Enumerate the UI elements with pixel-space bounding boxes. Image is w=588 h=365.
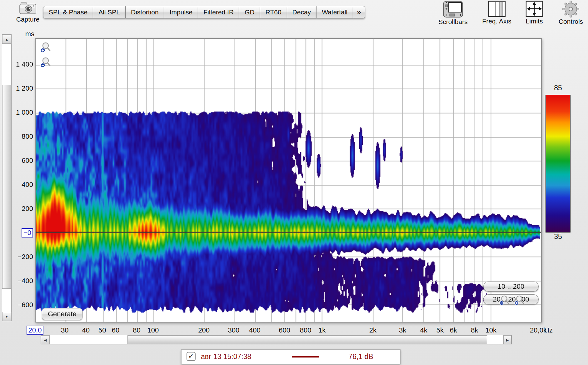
horizontal-scroll-thumb[interactable] — [127, 335, 487, 344]
x-tick-200: 200 — [190, 326, 218, 335]
rew-window: Capture SPL & PhaseAll SPLDistortionImpu… — [0, 0, 588, 365]
measurement-level: 76,1 dB — [336, 350, 386, 364]
y-tick-1000: 1 000 — [6, 108, 33, 117]
tab-decay[interactable]: Decay — [287, 6, 317, 18]
colorbar-min-label: 35 — [546, 232, 570, 241]
x-tick-2000: 2k — [359, 326, 387, 335]
measurement-legend-bar: ✓ авг 13 15:07:38 76,1 dB — [181, 349, 401, 364]
y-tick--200: −200 — [6, 252, 33, 262]
x-tick-10000: 10k — [477, 326, 505, 335]
controls-tool-button[interactable]: Controls — [556, 1, 586, 25]
graph-tab-bar: SPL & PhaseAll SPLDistortionImpulseFilte… — [43, 6, 365, 18]
limits-icon — [522, 1, 547, 17]
x-tick-400: 400 — [241, 326, 269, 335]
y-tick-800: 800 — [6, 132, 33, 141]
zoom-in-time-button[interactable] — [40, 42, 52, 56]
y-tick--400: −400 — [6, 276, 33, 286]
measurement-checkbox[interactable]: ✓ — [187, 352, 196, 361]
range-10-200-button[interactable]: 10 .. 200 — [483, 282, 539, 292]
zoom-in-icon — [514, 295, 526, 307]
tab-all-spl[interactable]: All SPL — [93, 6, 126, 18]
y-axis-unit: ms — [19, 30, 34, 38]
gear-icon — [556, 1, 586, 18]
measurement-name: авг 13 15:07:38 — [201, 350, 251, 364]
y-tick-0[interactable]: −0 — [6, 228, 33, 238]
x-tick-20[interactable]: 20,0 — [21, 326, 49, 335]
colorbar-legend — [546, 95, 571, 232]
limits-tool-button[interactable]: Limits — [522, 1, 547, 25]
freq-axis-icon — [477, 1, 516, 17]
tab-filtered-ir[interactable]: Filtered IR — [198, 6, 239, 18]
x-axis-unit: Hz — [544, 326, 553, 335]
tab-gd[interactable]: GD — [239, 6, 260, 18]
colorbar-max-label: 85 — [546, 84, 570, 92]
y-tick-200: 200 — [6, 204, 33, 213]
measurement-trace-swatch — [292, 356, 319, 358]
tool-label: Freq. Axis — [477, 18, 516, 25]
y-tick-400: 400 — [6, 180, 33, 189]
scroll-down-button[interactable]: ▼ — [2, 312, 11, 321]
x-tick-1000: 1k — [308, 326, 336, 335]
scrollbars-tool-button[interactable]: Scrollbars — [434, 1, 472, 26]
y-tick-1400: 1 400 — [6, 60, 33, 69]
zoom-in-freq-button[interactable] — [514, 295, 526, 308]
y-tick--600: −600 — [6, 300, 33, 310]
scroll-left-button[interactable]: ◀ — [41, 335, 50, 344]
tab-spl-phase[interactable]: SPL & Phase — [43, 6, 93, 18]
camera-icon — [19, 1, 37, 15]
spectrogram-canvas[interactable] — [36, 39, 541, 322]
zoom-out-time-button[interactable] — [40, 57, 52, 71]
zoom-out-freq-button[interactable] — [499, 295, 511, 308]
horizontal-scrollbar[interactable]: ◀ ▶ — [41, 335, 512, 344]
generate-button[interactable]: Generate — [42, 308, 82, 320]
zoom-out-icon — [499, 295, 511, 307]
capture-button[interactable]: Capture — [11, 1, 45, 23]
spectrogram-plot: Generate 10 .. 200 20 .. 20 000 — [35, 38, 542, 322]
y-tick-1200: 1 200 — [6, 84, 33, 93]
tab-overflow-button[interactable]: » — [353, 6, 365, 18]
freq-axis-tool-button[interactable]: Freq. Axis — [477, 1, 516, 25]
tool-label: Controls — [556, 18, 586, 25]
tab-impulse[interactable]: Impulse — [164, 6, 198, 18]
tab-distortion[interactable]: Distortion — [126, 6, 164, 18]
scrollbars-icon — [434, 1, 472, 18]
zoom-out-icon — [40, 57, 52, 69]
y-tick-600: 600 — [6, 156, 33, 165]
zoom-in-icon — [40, 42, 52, 54]
time-zoom-controls — [40, 42, 52, 71]
capture-label: Capture — [11, 16, 45, 23]
tool-label: Scrollbars — [434, 18, 472, 26]
tab-rt60[interactable]: RT60 — [260, 6, 287, 18]
tab-waterfall[interactable]: Waterfall — [316, 6, 353, 18]
tool-label: Limits — [522, 18, 547, 25]
freq-zoom-controls — [499, 295, 526, 308]
scroll-up-button[interactable]: ▲ — [2, 35, 11, 44]
scroll-right-button[interactable]: ▶ — [503, 335, 511, 344]
x-tick-100: 100 — [139, 326, 167, 335]
